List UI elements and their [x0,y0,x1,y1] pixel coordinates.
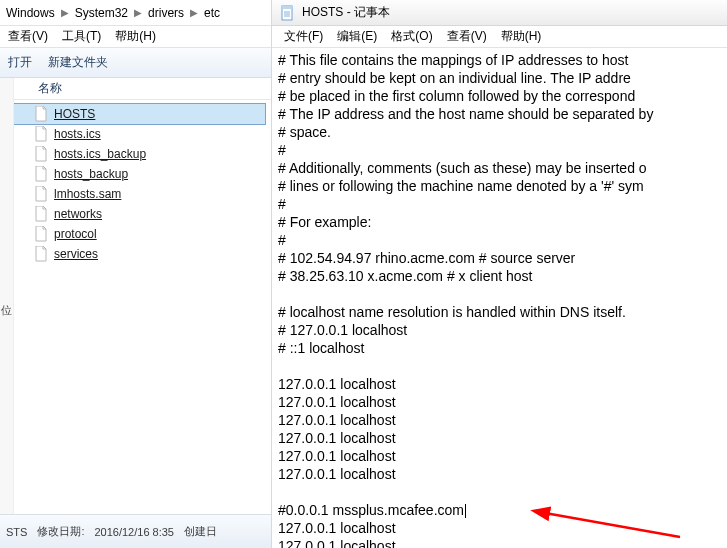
file-name: HOSTS [54,107,95,121]
notepad-textarea[interactable]: # This file contains the mappings of IP … [272,48,727,548]
breadcrumb-item[interactable]: Windows [4,6,57,20]
menu-tools[interactable]: 工具(T) [62,28,101,45]
file-name: services [54,247,98,261]
file-name: protocol [54,227,97,241]
file-item[interactable]: lmhosts.sam [6,184,265,204]
file-icon [34,226,48,242]
menu-view[interactable]: 查看(V) [441,28,493,45]
notepad-window: HOSTS - 记事本 文件(F) 编辑(E) 格式(O) 查看(V) 帮助(H… [272,0,727,548]
open-button[interactable]: 打开 [8,54,32,71]
file-name: networks [54,207,102,221]
text-caret [465,504,466,518]
file-list: HOSTShosts.icshosts.ics_backuphosts_back… [0,100,271,268]
column-header-name[interactable]: 名称 [0,78,271,100]
file-icon [34,246,48,262]
breadcrumb-item[interactable]: drivers [146,6,186,20]
status-create-label: 创建日 [184,524,217,539]
text-content: 127.0.0.1 localhost 127.0.0.1 localhost … [278,520,513,548]
notepad-icon [280,5,296,21]
file-item[interactable]: networks [6,204,265,224]
explorer-window: Windows ▶ System32 ▶ drivers ▶ etc 查看(V)… [0,0,272,548]
status-bar: STS 修改日期: 2016/12/16 8:35 创建日 [0,514,271,548]
status-name: STS [6,526,27,538]
menu-format[interactable]: 格式(O) [385,28,438,45]
file-icon [34,126,48,142]
file-item[interactable]: hosts_backup [6,164,265,184]
new-folder-button[interactable]: 新建文件夹 [48,54,108,71]
file-icon [34,206,48,222]
file-item[interactable]: HOSTS [6,104,265,124]
menu-view[interactable]: 查看(V) [8,28,48,45]
file-name: hosts.ics_backup [54,147,146,161]
notepad-menubar: 文件(F) 编辑(E) 格式(O) 查看(V) 帮助(H) [272,26,727,48]
explorer-toolbar: 打开 新建文件夹 [0,48,271,78]
status-mod-value: 2016/12/16 8:35 [94,526,174,538]
breadcrumb-item[interactable]: etc [202,6,222,20]
file-name: lmhosts.sam [54,187,121,201]
svg-rect-1 [282,6,292,9]
file-item[interactable]: hosts.ics_backup [6,144,265,164]
chevron-right-icon: ▶ [186,7,202,18]
breadcrumb[interactable]: Windows ▶ System32 ▶ drivers ▶ etc [0,0,271,26]
file-icon [34,146,48,162]
file-name: hosts.ics [54,127,101,141]
file-item[interactable]: hosts.ics [6,124,265,144]
file-item[interactable]: protocol [6,224,265,244]
menu-edit[interactable]: 编辑(E) [331,28,383,45]
file-name: hosts_backup [54,167,128,181]
window-titlebar: HOSTS - 记事本 [272,0,727,26]
left-gutter: 位 [0,78,14,514]
file-icon [34,166,48,182]
status-mod-label: 修改日期: [37,524,84,539]
breadcrumb-item[interactable]: System32 [73,6,130,20]
chevron-right-icon: ▶ [57,7,73,18]
explorer-menubar: 查看(V) 工具(T) 帮助(H) [0,26,271,48]
file-icon [34,186,48,202]
menu-file[interactable]: 文件(F) [278,28,329,45]
window-title: HOSTS - 记事本 [302,4,390,21]
menu-help[interactable]: 帮助(H) [115,28,156,45]
chevron-right-icon: ▶ [130,7,146,18]
file-icon [34,106,48,122]
menu-help[interactable]: 帮助(H) [495,28,548,45]
file-item[interactable]: services [6,244,265,264]
text-content: # This file contains the mappings of IP … [278,52,657,518]
